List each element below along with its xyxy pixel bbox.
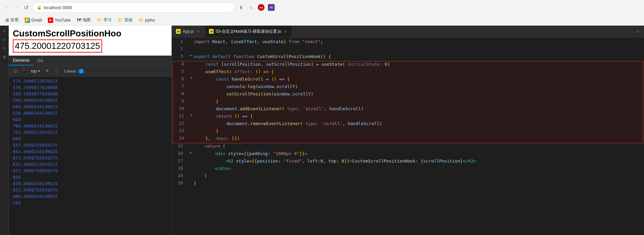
- code-line-6: 6 ▾ const handleScroll = () => {: [173, 76, 643, 84]
- reload-button[interactable]: ↺: [22, 3, 30, 12]
- devtools-left-area: ≡ ⊙ ✎ ⚙ CustomScrollPositionHoo 475.2000…: [0, 26, 172, 235]
- sidebar-icon-3[interactable]: ✎: [1, 45, 8, 52]
- code-line-7: 7 console.log(window.scrollY): [173, 84, 643, 91]
- bookmark-youtube[interactable]: ▶ YouTube: [45, 17, 73, 24]
- line-gutter-3: ▾: [187, 54, 194, 57]
- list-item[interactable]: 856: [9, 174, 172, 180]
- code-line-20: 20 }: [172, 180, 644, 188]
- share-button[interactable]: ⬆: [237, 3, 245, 12]
- bookmark-gmail[interactable]: M Gmail: [22, 17, 44, 24]
- bookmark-apps[interactable]: ⊞ 应用: [3, 17, 21, 24]
- line-content-18: </div>: [194, 166, 644, 171]
- overflow-button[interactable]: ⋮: [53, 67, 60, 75]
- tab-app-js[interactable]: JS App.js ✕: [172, 26, 205, 37]
- hook-file-icon: JS: [209, 29, 214, 34]
- sidebar-icon-4[interactable]: ⚙: [1, 53, 8, 61]
- issue-section: 1 Issue: 1: [64, 69, 85, 74]
- code-line-2: 2: [172, 46, 644, 54]
- line-number-4: 4: [173, 61, 188, 66]
- devtools-sidebar: ≡ ⊙ ✎ ⚙: [0, 26, 9, 235]
- adblock-button[interactable]: Ad: [257, 3, 266, 12]
- line-content-9: }: [195, 98, 643, 104]
- list-item[interactable]: 837.5999755859375: [9, 142, 172, 148]
- webpage-value: 475.20001220703125: [13, 39, 102, 53]
- inspect-button[interactable]: ⊡: [11, 67, 19, 75]
- line-content-19: ): [194, 173, 644, 178]
- code-line-4: 4 const [scrollPosition, setScrollPositi…: [173, 61, 643, 69]
- bookmark-python[interactable]: 📁 pytho: [136, 17, 158, 23]
- webpage-heading: CustomScrollPositionHoo: [13, 28, 167, 39]
- app-js-close-icon[interactable]: ✕: [196, 29, 201, 34]
- top-dropdown[interactable]: top ▼: [29, 68, 42, 74]
- code-line-19: 19 ): [172, 173, 644, 180]
- device-toggle[interactable]: 📱: [20, 67, 28, 75]
- other-label: 其他: [124, 17, 132, 23]
- list-item[interactable]: 850.4000244140625: [9, 180, 172, 187]
- scroll-values-list[interactable]: 575.2000122070312 576.7999877929688 580.…: [9, 77, 172, 235]
- line-content-6: const handleScroll = () => {: [195, 76, 643, 82]
- code-line-14: 14 }, deps: []): [173, 136, 643, 143]
- code-line-18: 18 </div>: [172, 166, 644, 173]
- sidebar-icon-2[interactable]: ⊙: [1, 36, 8, 43]
- issue-label: 1 Issue:: [64, 69, 77, 73]
- hook-close-icon[interactable]: ✕: [283, 29, 288, 34]
- line-number-7: 7: [173, 84, 188, 89]
- list-item[interactable]: 706.4000244140625: [9, 123, 172, 129]
- code-line-13: 13 }: [173, 128, 643, 136]
- folder-icon-3: 📁: [139, 18, 144, 23]
- line-content-13: }: [195, 128, 643, 134]
- extension-button[interactable]: Ai: [267, 3, 276, 12]
- list-item[interactable]: 575.2000122070312: [9, 78, 172, 84]
- line-content-20: }: [194, 180, 644, 186]
- list-item[interactable]: 606.4000244140625: [9, 104, 172, 110]
- list-item[interactable]: 576.7999877929688: [9, 84, 172, 91]
- address-bar[interactable]: 🔒 localhost:3000: [32, 2, 235, 12]
- eye-button[interactable]: 👁: [44, 67, 51, 75]
- tab-elements[interactable]: Elements: [9, 56, 34, 65]
- hook-tab-label: 03-自定义Hook练习-获取滚动位置.js: [216, 29, 281, 34]
- line-content-8: setScrollPosition(window.scrollY): [195, 91, 643, 96]
- code-content[interactable]: 1 import React, {useEffect, useState} fr…: [172, 37, 644, 235]
- list-item[interactable]: 833.5999755859375: [9, 187, 172, 193]
- list-item[interactable]: 580.7999877929688: [9, 91, 172, 97]
- bookmarks-bar: ⊞ 应用 M Gmail ▶ YouTube 🗺 地图 📁 学习 📁 其他 📁 …: [0, 15, 644, 26]
- list-item[interactable]: 630.4000244140625: [9, 110, 172, 116]
- back-button[interactable]: ←: [3, 3, 11, 12]
- list-item[interactable]: 590.4000244140625: [9, 97, 172, 104]
- code-line-11: 11 ▾ return () => {: [173, 113, 643, 121]
- bookmark-other[interactable]: 📁 其他: [115, 17, 135, 24]
- devtools-left-main: CustomScrollPositionHoo 475.200012207031…: [9, 26, 172, 235]
- forward-button[interactable]: →: [12, 3, 21, 12]
- line-number-13: 13: [173, 128, 188, 133]
- line-content-3: export default function CustomScrollPosi…: [194, 54, 644, 59]
- list-item[interactable]: 755.2000122070312: [9, 129, 172, 136]
- webpage-and-devtools-sidebar: ≡ ⊙ ✎ ⚙ CustomScrollPositionHoo 475.2000…: [0, 26, 172, 235]
- toolbar-actions: ⬆ ☆ Ad Ai: [237, 3, 276, 12]
- list-item[interactable]: 875.2000122070312: [9, 161, 172, 168]
- bookmark-button[interactable]: ☆: [247, 3, 255, 12]
- tab-custom-hook[interactable]: JS 03-自定义Hook练习-获取滚动位置.js ✕: [205, 26, 292, 37]
- list-item[interactable]: 806.4000244140625: [9, 193, 172, 200]
- gmail-icon: M: [25, 18, 30, 23]
- line-number-9: 9: [173, 98, 188, 104]
- bookmark-maps[interactable]: 🗺 地图: [74, 17, 93, 24]
- list-item[interactable]: 873.5999755859375: [9, 168, 172, 174]
- list-item[interactable]: 862.4000244140625: [9, 148, 172, 155]
- list-item[interactable]: 800: [9, 136, 172, 142]
- sidebar-icon-1[interactable]: ≡: [1, 27, 8, 34]
- save-indicator: ✓: [636, 29, 644, 34]
- tab-console[interactable]: Co: [34, 56, 47, 65]
- apps-label: 应用: [10, 17, 19, 23]
- code-line-5: 5 useEffect( effect: () => {: [173, 69, 643, 76]
- list-item[interactable]: 768: [9, 200, 172, 206]
- list-item[interactable]: 664: [9, 116, 172, 123]
- list-item[interactable]: 873.5999755859375: [9, 155, 172, 161]
- youtube-label: YouTube: [55, 18, 70, 23]
- code-editor-area: JS App.js ✕ JS 03-自定义Hook练习-获取滚动位置.js ✕ …: [172, 26, 644, 235]
- code-line-16: 16 ▾ <div style={{padding: "1000px 0"}}>: [172, 151, 644, 158]
- line-content-10: document.addEventListener( type: 'scroll…: [195, 106, 643, 111]
- line-content-11: return () => {: [195, 113, 643, 119]
- bookmark-study[interactable]: 📁 学习: [94, 17, 114, 24]
- issue-badge[interactable]: 1: [78, 69, 84, 74]
- code-line-9: 9 }: [173, 98, 643, 106]
